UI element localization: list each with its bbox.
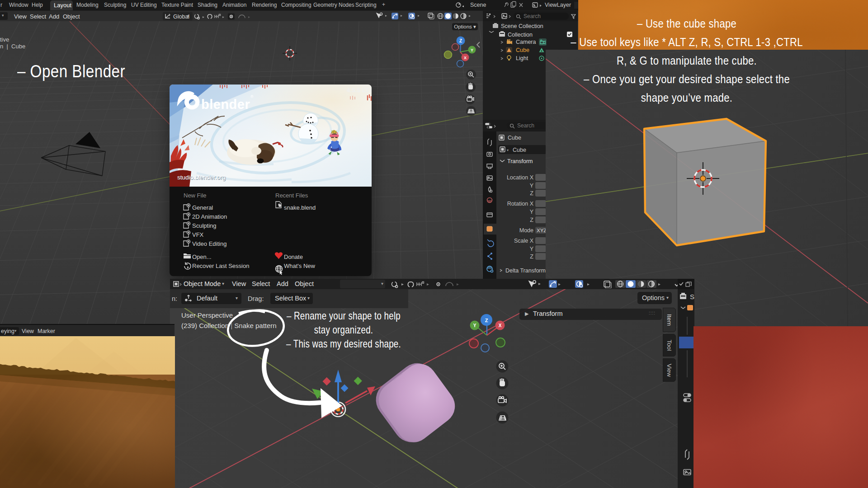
svg-text:Y: Y <box>471 48 473 52</box>
svg-text:Z: Z <box>530 217 533 223</box>
svg-text:X: X <box>464 56 467 60</box>
svg-text:Scale X: Scale X <box>514 238 534 244</box>
svg-text:4.5.5 LTS: 4.5.5 LTS <box>347 87 372 94</box>
svg-text:Light: Light <box>516 55 528 61</box>
svg-text:S: S <box>690 293 694 300</box>
svg-text:Mode: Mode <box>519 227 533 234</box>
svg-text:Y: Y <box>530 183 534 189</box>
svg-text:Transform: Transform <box>507 158 533 164</box>
svg-text:X: X <box>499 323 502 328</box>
svg-text:Y: Y <box>473 323 476 328</box>
svg-text:▾: ▾ <box>507 148 509 152</box>
svg-text:blender: blender <box>201 97 250 112</box>
svg-text:Z: Z <box>459 38 462 43</box>
svg-text:Search: Search <box>517 122 534 129</box>
svg-text:Cube: Cube <box>508 135 521 141</box>
svg-text:Y: Y <box>530 246 534 252</box>
svg-text:Cube: Cube <box>516 47 529 53</box>
svg-text:Z: Z <box>530 253 533 260</box>
svg-text:®: ® <box>250 94 254 99</box>
svg-text:Z: Z <box>530 190 533 197</box>
svg-text:Rotation X: Rotation X <box>507 201 534 207</box>
svg-text:Cube: Cube <box>513 147 526 153</box>
svg-text:ViewLayer: ViewLayer <box>545 2 571 8</box>
svg-text:Collection: Collection <box>508 32 533 38</box>
svg-text:XYZ: XYZ <box>537 228 546 233</box>
svg-text:Scene: Scene <box>470 2 486 8</box>
svg-text:Y: Y <box>530 209 534 215</box>
svg-text:Z: Z <box>485 318 488 323</box>
svg-text:studio.blender.org: studio.blender.org <box>177 174 226 181</box>
svg-text:Location X: Location X <box>507 174 534 181</box>
svg-text:Delta Transform: Delta Transform <box>505 267 546 274</box>
